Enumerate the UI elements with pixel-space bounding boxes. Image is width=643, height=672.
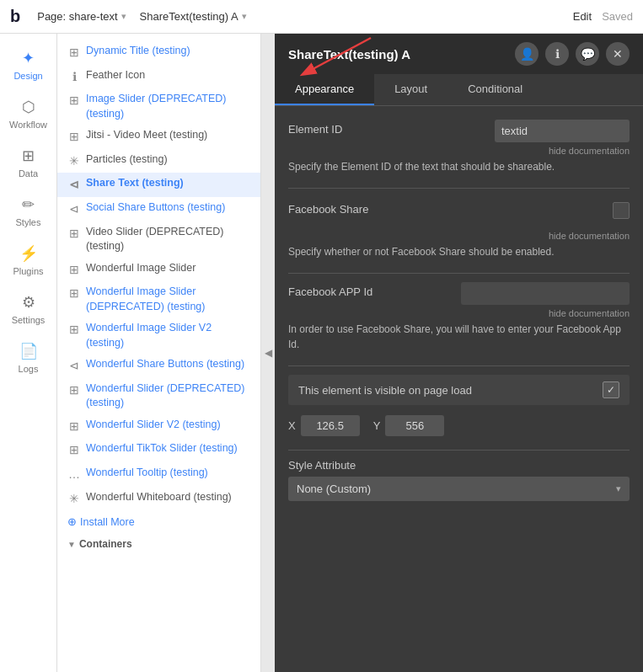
plugin-icon-social-share: ⊲ [67, 201, 81, 218]
close-button[interactable]: ✕ [606, 42, 630, 66]
data-icon: ⊞ [22, 147, 35, 165]
plugin-icon-wonderful-share: ⊲ [67, 358, 81, 375]
saved-status: Saved [602, 10, 633, 23]
facebook-app-id-group: Facebook APP Id hide documentation In or… [288, 282, 630, 352]
style-attribute-value: None (Custom) [297, 483, 371, 495]
sidebar-item-plugins[interactable]: ⚡ Plugins [0, 236, 56, 285]
plugin-item-wonderful-image[interactable]: ⊞ Wonderful Image Slider [57, 258, 260, 282]
plugin-label-wonderful-slider-depr: Wonderful Slider (DEPRECATED) (testing) [86, 381, 250, 411]
sidebar-item-workflow[interactable]: ⬡ Workflow [0, 89, 56, 138]
page-label: Page: share-text [37, 10, 117, 23]
plugin-label-share-text: Share Text (testing) [86, 176, 184, 191]
facebook-app-id-input[interactable] [461, 282, 630, 305]
style-attribute-label: Style Attribute [288, 459, 630, 472]
widget-selector[interactable]: ShareText(testing) A ▾ [140, 10, 247, 23]
plugin-icon-wonderful-image-depr: ⊞ [67, 285, 81, 302]
panel-content: Element ID hide documentation Specify th… [275, 106, 643, 672]
plugin-item-wonderful-image-v2[interactable]: ⊞ Wonderful Image Slider V2 (testing) [57, 317, 260, 354]
sidebar-item-label-styles: Styles [16, 217, 41, 227]
plugin-icon-wonderful-tiktok: ⊞ [67, 442, 81, 459]
fb-app-id-desc: In order to use Facebook Share, you will… [288, 322, 630, 352]
plugin-item-wonderful-slider-depr[interactable]: ⊞ Wonderful Slider (DEPRECATED) (testing… [57, 378, 260, 414]
plugin-item-dynamic-title[interactable]: ⊞ Dynamic Title (testing) [57, 40, 260, 65]
style-attribute-select[interactable]: None (Custom) ▾ [288, 477, 630, 501]
element-id-desc: Specify the Element ID of the text that … [288, 159, 630, 174]
plugin-item-wonderful-tooltip[interactable]: … Wonderful Tooltip (testing) [57, 462, 260, 487]
plugin-label-image-slider: Image Slider (DEPRECATED) (testing) [86, 92, 250, 121]
tab-layout[interactable]: Layout [374, 74, 447, 105]
visible-checkbox[interactable]: ✓ [603, 381, 619, 398]
user-icon-button[interactable]: 👤 [515, 42, 539, 66]
plugins-icon: ⚡ [19, 244, 38, 263]
divider-3 [288, 365, 630, 366]
info-icon-button[interactable]: ℹ [545, 42, 569, 66]
plugin-item-video-slider[interactable]: ⊞ Video Slider (DEPRECATED) (testing) [57, 221, 260, 258]
plugin-item-wonderful-tiktok[interactable]: ⊞ Wonderful TikTok Slider (testing) [57, 438, 260, 462]
plugin-label-wonderful-whiteboard: Wonderful Whiteboard (testing) [86, 490, 232, 505]
plugin-icon-feather: ℹ [67, 69, 81, 86]
plugin-item-share-text[interactable]: ⊲ Share Text (testing) [57, 173, 260, 197]
sidebar-item-label-logs: Logs [19, 364, 39, 374]
containers-section-header[interactable]: ▼ Containers [57, 533, 260, 555]
plugin-item-wonderful-share[interactable]: ⊲ Wonderful Share Buttons (testing) [57, 354, 260, 378]
facebook-share-checkbox[interactable] [613, 202, 630, 219]
facebook-share-group: Facebook Share hide documentation Specif… [288, 197, 630, 259]
facebook-share-label: Facebook Share [288, 203, 368, 216]
sidebar-item-logs[interactable]: 📄 Logs [0, 333, 56, 382]
icon-sidebar: ✦ Design ⬡ Workflow ⊞ Data ✏ Styles ⚡ Pl… [0, 34, 57, 672]
install-more-label: Install More [80, 516, 135, 528]
design-icon: ✦ [22, 49, 35, 67]
element-id-input[interactable] [495, 120, 630, 142]
panel-collapse-handle[interactable]: ◀ [261, 34, 275, 672]
page-selector[interactable]: Page: share-text ▾ [37, 10, 126, 23]
tab-appearance[interactable]: Appearance [275, 74, 374, 105]
coords-row: X Y [288, 415, 630, 436]
plugin-label-dynamic-title: Dynamic Title (testing) [86, 44, 190, 59]
widget-dropdown-arrow[interactable]: ▾ [242, 11, 247, 22]
fb-share-doc-link[interactable]: hide documentation [288, 231, 630, 241]
panel-tabs: Appearance Layout Conditional [275, 74, 643, 106]
sidebar-item-data[interactable]: ⊞ Data [0, 138, 56, 187]
fb-app-id-doc-link[interactable]: hide documentation [288, 308, 630, 318]
workflow-icon: ⬡ [22, 98, 35, 116]
plugin-item-wonderful-whiteboard[interactable]: ✳ Wonderful Whiteboard (testing) [57, 487, 260, 511]
element-id-group: Element ID hide documentation Specify th… [288, 120, 630, 174]
info-icon: ℹ [555, 47, 560, 61]
plugin-item-image-slider[interactable]: ⊞ Image Slider (DEPRECATED) (testing) [57, 88, 260, 125]
page-dropdown-arrow[interactable]: ▾ [121, 11, 126, 22]
main-layout: ✦ Design ⬡ Workflow ⊞ Data ✏ Styles ⚡ Pl… [0, 34, 643, 672]
tab-conditional[interactable]: Conditional [447, 74, 543, 105]
element-id-doc-link[interactable]: hide documentation [288, 146, 630, 156]
divider-2 [288, 273, 630, 274]
y-label: Y [373, 419, 381, 432]
plugin-item-feather[interactable]: ℹ Feather Icon [57, 65, 260, 89]
plugin-label-video-slider: Video Slider (DEPRECATED) (testing) [86, 225, 250, 254]
plugin-label-jitsi: Jitsi - Video Meet (testing) [86, 128, 207, 143]
plugin-item-wonderful-image-deprecated[interactable]: ⊞ Wonderful Image Slider (DEPRECATED) (t… [57, 281, 260, 317]
visible-checkmark: ✓ [607, 384, 615, 396]
divider-4 [288, 450, 630, 451]
plugin-icon-wonderful-image: ⊞ [67, 262, 81, 279]
plugin-item-wonderful-slider-v2[interactable]: ⊞ Wonderful Slider V2 (testing) [57, 414, 260, 439]
chat-icon-button[interactable]: 💬 [576, 42, 599, 66]
visible-toggle-row[interactable]: This element is visible on page load ✓ [288, 375, 630, 405]
plugin-item-jitsi[interactable]: ⊞ Jitsi - Video Meet (testing) [57, 125, 260, 149]
plugin-icon-video-slider: ⊞ [67, 226, 81, 243]
install-more-button[interactable]: ⊕ Install More [57, 510, 260, 533]
plugin-label-wonderful-slider-v2: Wonderful Slider V2 (testing) [86, 418, 221, 433]
edit-button[interactable]: Edit [573, 10, 592, 23]
plugin-item-social-share[interactable]: ⊲ Social Share Buttons (testing) [57, 197, 260, 221]
plugin-icon-wonderful-tooltip: … [67, 467, 81, 483]
user-icon: 👤 [520, 47, 534, 61]
y-input[interactable] [385, 415, 444, 436]
x-label: X [288, 419, 296, 432]
sidebar-item-styles[interactable]: ✏ Styles [0, 187, 56, 236]
styles-icon: ✏ [22, 195, 35, 214]
plugin-label-wonderful-share: Wonderful Share Buttons (testing) [86, 357, 244, 372]
sidebar-item-settings[interactable]: ⚙ Settings [0, 285, 56, 333]
containers-label: Containers [79, 538, 132, 550]
x-input[interactable] [301, 415, 360, 436]
sidebar-item-design[interactable]: ✦ Design [0, 40, 56, 89]
plugin-label-social-share: Social Share Buttons (testing) [86, 200, 225, 216]
plugin-item-particles[interactable]: ✳ Particles (testing) [57, 149, 260, 173]
